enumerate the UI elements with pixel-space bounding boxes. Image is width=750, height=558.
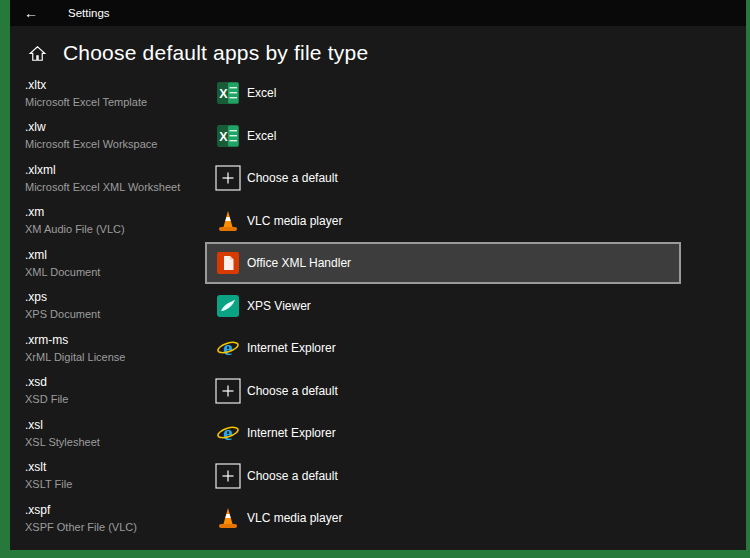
- app-name: VLC media player: [247, 511, 342, 525]
- file-type-row: .xslt XSLT File Choose a default: [25, 455, 746, 498]
- file-type-description: XSPF Other File (VLC): [25, 520, 205, 534]
- file-extension: .xspf: [25, 503, 205, 518]
- file-extension: .xm: [25, 205, 205, 220]
- file-type-info: .xlw Microsoft Excel Workspace: [25, 120, 205, 151]
- file-type-description: Microsoft Excel XML Worksheet: [25, 180, 205, 194]
- app-name: Choose a default: [247, 384, 338, 398]
- file-type-row: .xlxml Microsoft Excel XML Worksheet Cho…: [25, 157, 746, 200]
- movies-tv-icon: [215, 548, 241, 550]
- file-extension: .xlw: [25, 120, 205, 135]
- file-type-info: .xltx Microsoft Excel Template: [25, 78, 205, 109]
- vlc-cone-icon: [215, 208, 241, 234]
- app-button[interactable]: Movies & TV: [205, 540, 681, 550]
- file-type-info: .xsl XSL Stylesheet: [25, 418, 205, 449]
- file-extension: .xlxml: [25, 163, 205, 178]
- file-type-description: Microsoft Excel Workspace: [25, 137, 205, 151]
- app-button[interactable]: Choose a default: [205, 157, 681, 199]
- file-extension: .xslt: [25, 460, 205, 475]
- office-xml-handler-icon: [215, 250, 241, 276]
- file-type-info: .xspf XSPF Other File (VLC): [25, 503, 205, 534]
- app-name: Internet Explorer: [247, 341, 336, 355]
- file-type-description: XML Document: [25, 265, 205, 279]
- file-type-description: XM Audio File (VLC): [25, 222, 205, 236]
- titlebar: ← Settings: [10, 0, 746, 26]
- app-name: Office XML Handler: [247, 256, 351, 270]
- choose-default-plus-icon: [215, 463, 241, 489]
- file-type-row: .xltx Microsoft Excel Template X Excel: [25, 72, 746, 115]
- app-name: Choose a default: [247, 469, 338, 483]
- svg-text:e: e: [223, 421, 232, 445]
- svg-text:e: e: [223, 336, 232, 360]
- file-type-info: .xm XM Audio File (VLC): [25, 205, 205, 236]
- file-type-row: .xsl XSL Stylesheet e Internet Explorer: [25, 412, 746, 455]
- file-type-description: XSD File: [25, 392, 205, 406]
- file-type-description: XrML Digital License: [25, 350, 205, 364]
- file-type-info: .xsd XSD File: [25, 375, 205, 406]
- home-icon[interactable]: [28, 44, 47, 63]
- app-name: XPS Viewer: [247, 299, 311, 313]
- file-extension: .xsl: [25, 418, 205, 433]
- file-type-description: XSL Stylesheet: [25, 435, 205, 449]
- file-extension: .xps: [25, 290, 205, 305]
- file-type-info: .xml XML Document: [25, 248, 205, 279]
- app-name: Internet Explorer: [247, 426, 336, 440]
- file-type-info: .xrm-ms XrML Digital License: [25, 333, 205, 364]
- internet-explorer-icon: e: [215, 335, 241, 361]
- file-type-row: .xvid Movies & TV: [25, 540, 746, 551]
- internet-explorer-icon: e: [215, 420, 241, 446]
- file-type-description: Microsoft Excel Template: [25, 95, 205, 109]
- file-extension: .xsd: [25, 375, 205, 390]
- excel-app-icon: X: [215, 123, 241, 149]
- titlebar-title: Settings: [68, 7, 110, 19]
- svg-text:X: X: [219, 87, 228, 101]
- page-header: Choose default apps by file type: [10, 26, 746, 72]
- back-arrow-icon[interactable]: ←: [24, 5, 54, 21]
- vlc-cone-icon: [215, 505, 241, 531]
- app-button[interactable]: XPS Viewer: [205, 285, 681, 327]
- file-type-list: .xltx Microsoft Excel Template X Excel .…: [10, 72, 746, 550]
- app-name: VLC media player: [247, 214, 342, 228]
- app-button[interactable]: e Internet Explorer: [205, 327, 681, 369]
- file-type-info: .xlxml Microsoft Excel XML Worksheet: [25, 163, 205, 194]
- file-extension: .xml: [25, 248, 205, 263]
- xps-viewer-icon: [215, 293, 241, 319]
- app-button[interactable]: e Internet Explorer: [205, 412, 681, 454]
- excel-app-icon: X: [215, 80, 241, 106]
- app-button[interactable]: X Excel: [205, 115, 681, 157]
- file-extension: .xltx: [25, 78, 205, 93]
- file-type-row: .xps XPS Document XPS Viewer: [25, 285, 746, 328]
- app-name: Excel: [247, 129, 276, 143]
- file-type-info: .xps XPS Document: [25, 290, 205, 321]
- app-button[interactable]: Choose a default: [205, 370, 681, 412]
- app-name: Excel: [247, 86, 276, 100]
- file-type-row: .xm XM Audio File (VLC) VLC media player: [25, 200, 746, 243]
- svg-text:X: X: [219, 129, 228, 143]
- file-type-row: .xml XML Document Office XML Handler: [25, 242, 746, 285]
- file-type-row: .xsd XSD File Choose a default: [25, 370, 746, 413]
- file-type-description: XSLT File: [25, 477, 205, 491]
- file-extension: .xrm-ms: [25, 333, 205, 348]
- file-type-info: .xslt XSLT File: [25, 460, 205, 491]
- choose-default-plus-icon: [215, 378, 241, 404]
- app-name: Choose a default: [247, 171, 338, 185]
- file-type-row: .xrm-ms XrML Digital License e Internet …: [25, 327, 746, 370]
- file-type-description: XPS Document: [25, 307, 205, 321]
- app-button[interactable]: VLC media player: [205, 497, 681, 539]
- app-button[interactable]: Choose a default: [205, 455, 681, 497]
- choose-default-plus-icon: [215, 165, 241, 191]
- file-type-row: .xlw Microsoft Excel Workspace X Excel: [25, 115, 746, 158]
- settings-window: ← Settings Choose default apps by file t…: [10, 0, 746, 550]
- page-title: Choose default apps by file type: [63, 41, 368, 65]
- app-button[interactable]: Office XML Handler: [205, 242, 681, 284]
- file-type-row: .xspf XSPF Other File (VLC) VLC media pl…: [25, 497, 746, 540]
- app-button[interactable]: X Excel: [205, 72, 681, 114]
- app-button[interactable]: VLC media player: [205, 200, 681, 242]
